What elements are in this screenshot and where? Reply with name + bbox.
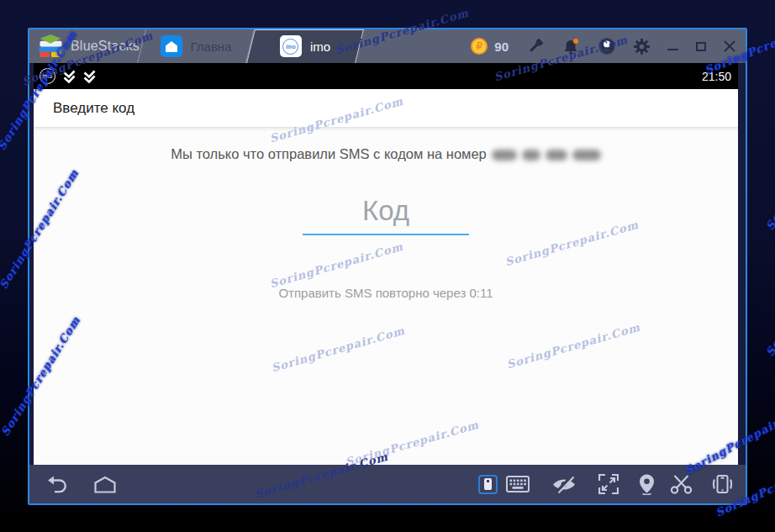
points-value: 90 — [494, 40, 509, 54]
double-check-icon — [83, 70, 96, 83]
app-header: Введите код — [34, 89, 738, 128]
gear-icon[interactable] — [634, 39, 650, 55]
scissors-icon[interactable] — [670, 474, 693, 494]
home-tab-icon — [161, 35, 182, 57]
bluestacks-window: BlueStacks Главна imo imo ₽ 90 — [28, 28, 747, 505]
sms-sent-message: Мы только что отправили SMS с кодом на н… — [34, 146, 738, 162]
imo-tab-icon: imo — [280, 35, 302, 57]
double-check-icon — [63, 70, 76, 83]
watermark-text: SoringPcrepair.Com — [763, 108, 775, 233]
tab-home-label: Главна — [191, 40, 232, 54]
sms-sent-text: Мы только что отправили SMS с кодом на н… — [171, 146, 487, 161]
blurred-phone-number — [492, 150, 517, 161]
tab-imo[interactable]: imo imo — [250, 29, 360, 63]
page-title: Введите код — [53, 100, 134, 117]
portrait-mode-button[interactable] — [478, 475, 498, 494]
code-input[interactable] — [303, 188, 469, 235]
bluestacks-brand: BlueStacks — [29, 34, 140, 59]
bell-icon[interactable] — [562, 38, 580, 55]
location-icon[interactable] — [639, 474, 655, 495]
android-status-bar: imo 21:50 — [34, 63, 738, 89]
tab-strip: Главна imo imo — [141, 29, 360, 63]
blurred-phone-number — [572, 150, 601, 161]
imo-app-content: Введите код Мы только что отправили SMS … — [34, 89, 738, 465]
watermark-text: SoringPcrepair.Com — [763, 234, 775, 359]
keyboard-button[interactable] — [506, 476, 530, 492]
fullscreen-button[interactable] — [598, 474, 619, 494]
minimize-button[interactable] — [667, 42, 678, 50]
account-icon[interactable] — [598, 37, 616, 55]
brand-label: BlueStacks — [71, 39, 140, 54]
notification-dot — [573, 39, 578, 44]
status-clock: 21:50 — [702, 70, 731, 83]
maximize-button[interactable] — [696, 42, 706, 51]
tab-home[interactable]: Главна — [141, 29, 250, 63]
titlebar-controls: ₽ 90 — [471, 29, 735, 63]
imo-logo-icon: imo — [282, 39, 298, 55]
titlebar: BlueStacks Главна imo imo ₽ 90 — [29, 29, 746, 63]
status-chevrons — [63, 70, 96, 83]
back-button[interactable] — [45, 475, 70, 493]
close-button[interactable] — [724, 40, 735, 52]
shake-phone-icon[interactable] — [711, 473, 734, 495]
emulator-screen: imo 21:50 Введите код Мы только что отпр… — [34, 63, 738, 465]
imo-notification-icon: imo — [40, 68, 55, 84]
torch-icon[interactable] — [526, 37, 545, 55]
desktop-background: { "titlebar": { "brand": "BlueStacks", "… — [0, 0, 775, 532]
tab-imo-label: imo — [310, 40, 330, 54]
bottom-toolbar — [29, 465, 746, 503]
blurred-phone-number — [546, 150, 567, 161]
blurred-phone-number — [522, 150, 540, 161]
eye-off-icon[interactable] — [551, 476, 577, 493]
portrait-icon — [484, 478, 492, 490]
points-coin-icon[interactable]: ₽ — [471, 38, 488, 55]
bluestacks-logo-icon — [37, 34, 64, 59]
home-button[interactable] — [93, 476, 117, 493]
resend-countdown-text: Отправить SMS повторно через 0:11 — [34, 286, 738, 300]
tab-imo-bg — [246, 29, 364, 63]
